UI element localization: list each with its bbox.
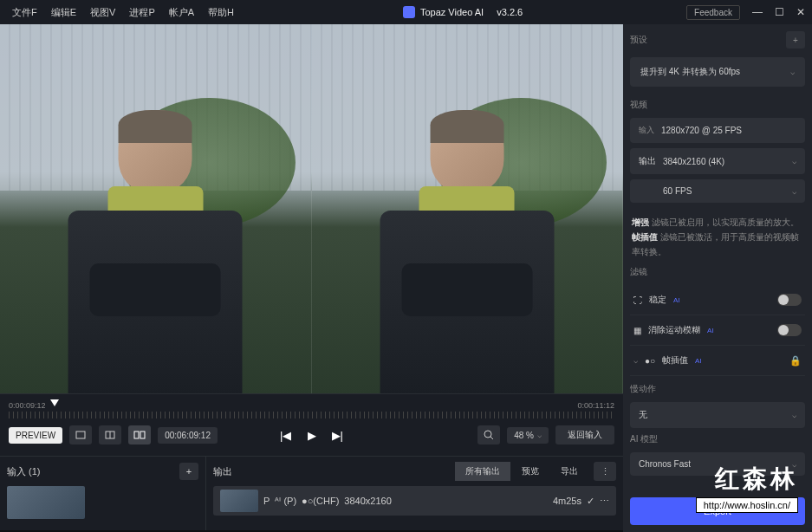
interp-status-icon: ●○: [645, 356, 655, 366]
enhance-description: 增强 滤镜已被启用，以实现高质量的放大。 帧插值 滤镜已被激活，用于高质量的视频…: [632, 215, 803, 259]
motion-blur-row: ▦消除运动模糊AI: [630, 315, 805, 346]
output-resolution-select[interactable]: 输出 3840x2160 (4K)⌵: [630, 148, 805, 174]
slowmo-label: 慢动作: [630, 383, 805, 395]
maximize-icon[interactable]: ☐: [775, 6, 784, 18]
timeline[interactable]: 0:00:09:12 0:00:11:12: [9, 399, 614, 418]
prev-frame-icon[interactable]: |◀: [280, 429, 291, 442]
ai-model-select[interactable]: Chronos Fast⌵: [630, 452, 805, 476]
menu-edit[interactable]: 编辑E: [46, 3, 81, 23]
output-badge-chf: ●○(CHF): [302, 496, 339, 506]
output-badge-p: P: [263, 496, 270, 506]
svg-rect-0: [76, 431, 85, 438]
ai-model-label: AI 模型: [630, 433, 805, 445]
motion-blur-toggle[interactable]: [777, 324, 802, 336]
menu-account[interactable]: 帐户A: [164, 3, 199, 23]
input-info: 输入 1280x720 @ 25 FPS: [630, 118, 805, 143]
current-time-display[interactable]: 00:06:09:12: [158, 427, 218, 444]
preset-select[interactable]: 提升到 4K 并转换为 60fps⌵: [630, 57, 805, 87]
input-panel: 输入 (1) +: [0, 457, 206, 530]
output-badge-ai: ᴬᴵ (P): [275, 496, 296, 507]
menu-help[interactable]: 帮助H: [203, 3, 239, 23]
menu-bar: 文件F 编辑E 视图V 进程P 帐户A 帮助H: [7, 3, 239, 23]
export-button[interactable]: Export: [630, 497, 805, 525]
svg-line-6: [490, 437, 493, 439]
output-more-row-icon[interactable]: ⋯: [600, 496, 609, 507]
next-frame-icon[interactable]: ▶|: [332, 429, 343, 442]
video-preview: [0, 24, 623, 393]
view-single-icon[interactable]: [69, 425, 92, 444]
preview-after: [312, 24, 624, 393]
app-icon: [403, 6, 415, 18]
menu-process[interactable]: 进程P: [124, 3, 159, 23]
zoom-icon[interactable]: [477, 425, 500, 444]
svg-rect-3: [134, 431, 139, 438]
transport-bar: 0:00:09:12 0:00:11:12 PREVIEW 00:06:09:1…: [0, 393, 623, 456]
input-thumbnail[interactable]: [7, 486, 85, 519]
output-duration: 4m25s: [553, 496, 581, 506]
menu-file[interactable]: 文件F: [7, 3, 42, 23]
output-fps-select[interactable]: 60 FPS⌵: [630, 179, 805, 203]
output-tabs: 所有输出 预览 导出: [455, 462, 588, 481]
output-panel-title: 输出: [213, 465, 232, 478]
output-resolution: 3840x2160: [344, 496, 391, 506]
frame-interp-row: ⌵●○帧插值AI 🔒: [630, 346, 805, 376]
app-title: Topaz Video AI v3.2.6: [239, 6, 686, 18]
stabilize-toggle[interactable]: [777, 294, 802, 306]
back-to-input-button[interactable]: 返回输入: [555, 425, 614, 444]
tab-all-outputs[interactable]: 所有输出: [455, 462, 510, 481]
view-side-icon[interactable]: [128, 425, 151, 444]
view-split-icon[interactable]: [99, 425, 121, 444]
output-thumbnail: [220, 490, 258, 512]
input-panel-title: 输入 (1): [7, 465, 41, 478]
filters-section-label: 滤镜: [630, 266, 805, 278]
lock-icon: 🔒: [789, 355, 802, 367]
feedback-button[interactable]: Feedback: [686, 5, 740, 20]
preset-section-label: 预设: [630, 34, 647, 46]
slowmo-select[interactable]: 无⌵: [630, 402, 805, 428]
output-row[interactable]: P ᴬᴵ (P) ●○(CHF) 3840x2160 4m25s ✓ ⋯: [213, 486, 616, 516]
preview-before: [0, 24, 312, 393]
window-controls: — ☐ ✕: [752, 6, 805, 18]
output-more-icon[interactable]: ⋮: [594, 462, 616, 481]
settings-sidebar: 预设 + 提升到 4K 并转换为 60fps⌵ 视频 输入 1280x720 @…: [623, 24, 812, 532]
video-section-label: 视频: [630, 99, 805, 111]
chevron-down-icon[interactable]: ⌵: [633, 356, 638, 365]
stabilize-row: ⛶稳定AI: [630, 285, 805, 315]
play-icon[interactable]: ▶: [308, 429, 316, 442]
timecode-end: 0:00:11:12: [577, 401, 614, 410]
svg-rect-4: [140, 431, 145, 438]
motion-blur-icon: ▦: [633, 326, 641, 335]
timecode-start: 0:00:09:12: [9, 401, 46, 410]
add-input-button[interactable]: +: [179, 463, 198, 480]
output-confirm-icon[interactable]: ✓: [587, 496, 594, 507]
titlebar: 文件F 编辑E 视图V 进程P 帐户A 帮助H Topaz Video AI v…: [0, 0, 812, 24]
preview-button[interactable]: PREVIEW: [9, 427, 62, 444]
stabilize-icon: ⛶: [633, 295, 642, 305]
add-preset-button[interactable]: +: [786, 31, 805, 49]
minimize-icon[interactable]: —: [752, 6, 763, 18]
tab-preview[interactable]: 预览: [511, 462, 549, 481]
output-panel: 输出 所有输出 预览 导出 ⋮ P ᴬᴵ (P) ●○(CHF): [206, 457, 623, 530]
tab-export[interactable]: 导出: [550, 462, 588, 481]
svg-point-5: [484, 431, 491, 438]
playhead-icon[interactable]: [50, 399, 59, 406]
zoom-select[interactable]: 48 % ⌵: [507, 427, 549, 444]
close-icon[interactable]: ✕: [796, 6, 805, 18]
menu-view[interactable]: 视图V: [85, 3, 120, 23]
